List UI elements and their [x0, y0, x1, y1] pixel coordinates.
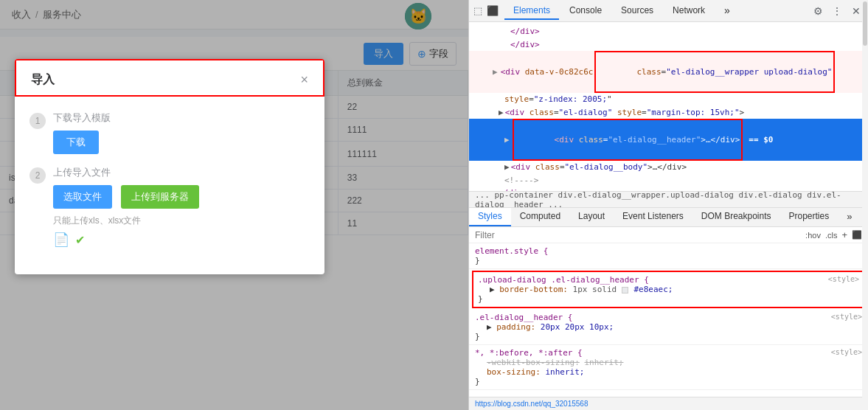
- devtools-panel: ⬚ ⬛ Elements Console Sources Network » ⚙…: [468, 0, 868, 410]
- step-1-circle: 1: [29, 113, 46, 129]
- tab-network[interactable]: Network: [664, 2, 714, 20]
- tab-sources[interactable]: Sources: [612, 2, 662, 20]
- html-line: ▶<div class="el-dialog" style="margin-to…: [469, 106, 868, 119]
- step-2-label: 上传导入文件: [53, 166, 310, 179]
- dialog-overlay: 导入 × 1 下载导入模版 下载 2: [0, 0, 468, 410]
- css-block-universal: *, *:before, *:after { <style> -webkit-b…: [469, 345, 868, 390]
- html-line-selected[interactable]: ▶ <div class="el-dialog__header">…</div>…: [469, 119, 868, 161]
- choose-file-button[interactable]: 选取文件: [53, 185, 112, 209]
- file-check-icon: ✔: [75, 233, 85, 247]
- tab-properties[interactable]: Properties: [780, 208, 839, 226]
- color-swatch: [622, 287, 628, 293]
- upload-buttons: 选取文件 上传到服务器: [53, 185, 310, 209]
- html-line-comment: <!---->: [469, 174, 868, 187]
- tab-layout[interactable]: Layout: [569, 208, 614, 226]
- css-prop-webkit-box: -webkit-box-sizing: inherit;: [475, 358, 862, 367]
- html-line: </div>: [469, 187, 868, 192]
- add-style-icon[interactable]: +: [841, 229, 847, 240]
- dialog-body: 1 下载导入模版 下载 2 上传导入文件 选取文件: [15, 97, 324, 274]
- step-1-content: 下载导入模版 下载: [53, 111, 310, 154]
- tab-more-styles[interactable]: »: [838, 208, 861, 226]
- more-icon[interactable]: ⋮: [830, 4, 844, 18]
- html-line: </div>: [469, 38, 868, 52]
- dom-path: ... pp-container div.el-dialog__wrapper.…: [475, 192, 862, 208]
- tab-event-listeners[interactable]: Event Listeners: [614, 208, 692, 226]
- inspect-icon[interactable]: ⬚: [473, 5, 482, 16]
- dialog-title: 导入: [31, 72, 55, 88]
- css-prop-box-sizing: box-sizing: inherit;: [475, 367, 862, 377]
- tab-styles[interactable]: Styles: [469, 208, 511, 226]
- download-button[interactable]: 下载: [53, 131, 99, 154]
- import-dialog: 导入 × 1 下载导入模版 下载 2: [15, 59, 324, 274]
- styles-filter-row: :hov .cls + ⬛: [469, 227, 868, 243]
- devtools-bottom-bar: https://blog.csdn.net/qq_32015568: [469, 397, 868, 410]
- dialog-close-button[interactable]: ×: [300, 72, 308, 88]
- devtools-url: https://blog.csdn.net/qq_32015568: [475, 400, 588, 408]
- left-panel: 收入 / 服务中心 🐱 导入 ⊕ 字段 同类别 总到账金: [0, 0, 468, 410]
- step-2-content: 上传导入文件 选取文件 上传到服务器 只能上传xls、xlsx文件 📄 ✔: [53, 166, 310, 248]
- cls-filter[interactable]: .cls: [825, 231, 838, 240]
- step-2-circle: 2: [29, 167, 46, 184]
- close-icon[interactable]: ✕: [849, 4, 864, 18]
- hov-filter[interactable]: :hov: [805, 231, 821, 240]
- file-hint: 只能上传xls、xlsx文件: [53, 215, 310, 227]
- scrollbar-thumb[interactable]: [863, 22, 867, 46]
- css-prop-border: ▶ border-bottom: 1px solid #e8eaec;: [478, 285, 859, 294]
- upload-server-button[interactable]: 上传到服务器: [121, 185, 199, 209]
- html-panel: </div> </div> ▶ <div data-v-0c82c6c clas…: [469, 22, 868, 192]
- file-icon: 📄: [53, 232, 69, 248]
- step-1-row: 1 下载导入模版 下载: [29, 111, 310, 154]
- html-line: </div>: [469, 25, 868, 38]
- step-2-row: 2 上传导入文件 选取文件 上传到服务器 只能上传xls、xlsx文件 📄 ✔: [29, 166, 310, 248]
- styles-panel: Styles Computed Layout Event Listeners D…: [469, 208, 868, 397]
- style-icon[interactable]: ⬛: [852, 230, 862, 240]
- html-line-highlighted: ▶ <div data-v-0c82c6c class="el-dialog__…: [469, 51, 868, 93]
- css-prop-padding: ▶ padding: 20px 20px 10px;: [475, 322, 862, 332]
- devtools-toolbar: ⬚ ⬛ Elements Console Sources Network » ⚙…: [469, 0, 868, 22]
- css-block-element-style: element.style { }: [469, 243, 868, 269]
- styles-tabs: Styles Computed Layout Event Listeners D…: [469, 208, 868, 227]
- css-block-upload-dialog: .upload-dialog .el-dialog__header { <sty…: [472, 271, 865, 308]
- scrollbar[interactable]: [862, 22, 868, 192]
- settings-icon[interactable]: ⚙: [810, 4, 825, 18]
- step-1-label: 下载导入模版: [53, 111, 310, 125]
- dom-breadcrumb: ... pp-container div.el-dialog__wrapper.…: [469, 192, 868, 208]
- device-icon[interactable]: ⬛: [487, 5, 499, 16]
- tab-elements[interactable]: Elements: [504, 2, 559, 20]
- html-line: ▶<div class="el-dialog__body">…</div>: [469, 161, 868, 174]
- tab-more[interactable]: »: [715, 1, 739, 21]
- file-status-row: 📄 ✔: [53, 232, 310, 248]
- styles-filter-input[interactable]: [475, 230, 801, 240]
- devtools-icons: ⚙ ⋮ ✕: [810, 4, 864, 18]
- html-line: style="z-index: 2005;": [469, 93, 868, 106]
- tab-computed[interactable]: Computed: [511, 208, 569, 226]
- tab-dom-breakpoints[interactable]: DOM Breakpoints: [692, 208, 780, 226]
- dialog-header: 导入 ×: [15, 59, 324, 97]
- css-block-el-dialog-header: .el-dialog__header { <style> ▶ padding: …: [469, 310, 868, 345]
- tab-console[interactable]: Console: [560, 2, 611, 20]
